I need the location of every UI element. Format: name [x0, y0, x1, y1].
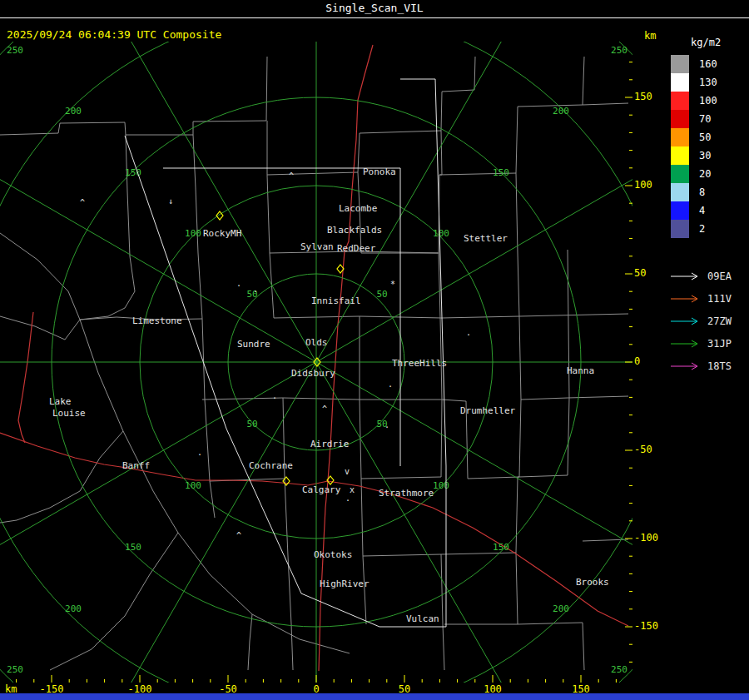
map-marker: ^	[289, 171, 294, 181]
range-ring-label: 250	[611, 664, 627, 675]
city-label: Innisfail	[311, 295, 361, 306]
city-label: Louise	[52, 408, 86, 419]
map-marker: v	[345, 467, 350, 476]
map-marker: ·	[236, 281, 241, 290]
colorbar-entry: 160	[666, 55, 749, 73]
city-label: RockyMH	[203, 228, 241, 239]
map-marker: ^	[322, 405, 327, 414]
city-label: Okotoks	[314, 549, 352, 560]
right-axis-label: 0	[634, 355, 640, 367]
colorbar-entry: 50	[666, 128, 749, 146]
range-ring-label: 100	[433, 228, 449, 239]
range-ring-label: 250	[7, 45, 23, 56]
city-label: Ponoka	[363, 166, 396, 177]
map-marker: x	[350, 485, 355, 494]
colorbar-entry: 8	[666, 183, 749, 201]
city-label: Brooks	[576, 577, 609, 588]
colorbar-value: 50	[699, 132, 711, 143]
colorbar-entry: 70	[666, 110, 749, 128]
scan-area-outline	[125, 79, 446, 627]
colorbar-entry: 2	[666, 220, 749, 238]
map-marker: ·	[388, 382, 393, 391]
colorbar-swatch	[671, 201, 689, 220]
range-rings	[0, 42, 632, 683]
colorbar-swatch	[671, 92, 689, 110]
colorbar-value: 160	[699, 58, 717, 70]
range-ring-label: 200	[553, 106, 569, 117]
radar-arrow-icon	[669, 340, 701, 348]
city-label: Sylvan	[300, 241, 334, 252]
colorbar-swatch	[671, 110, 689, 128]
colorbar-entry: 100	[666, 92, 749, 110]
radar-id-label: 09EA	[707, 271, 732, 282]
city-label: Drumheller	[460, 405, 516, 416]
city-label: RedDeer	[337, 243, 376, 254]
radar-arrow-icon	[669, 362, 701, 370]
colorbar-value: 30	[699, 150, 711, 161]
range-ring-label: 150	[493, 542, 509, 553]
radar-arrow-icon	[669, 272, 701, 280]
city-label: Lake	[49, 396, 72, 407]
city-label: Didsbury	[291, 368, 335, 379]
title-bar: Single_Scan_VIL	[0, 0, 749, 18]
right-axis-unit: km	[644, 30, 656, 42]
colorbar-value: 130	[699, 77, 717, 88]
colorbar-swatch	[671, 146, 689, 165]
city-labels: PonokaLacombeBlackfaldsSylvanRedDeerStet…	[49, 166, 609, 624]
right-axis-label: -100	[634, 532, 658, 544]
radar-arrow-icon	[669, 295, 701, 303]
radar-site-icon	[283, 477, 290, 485]
radar-legend-item: 18TS	[666, 355, 749, 377]
city-label: Stettler	[464, 233, 508, 244]
radar-map[interactable]: 2502001501005025020015010050501001502002…	[0, 42, 632, 683]
city-label: Vulcan	[406, 613, 439, 624]
map-marker: ·	[345, 496, 350, 505]
city-label: HighRiver	[320, 578, 370, 589]
window-title: Single_Scan_VIL	[325, 2, 423, 14]
city-label: Limestone	[132, 315, 182, 326]
colorbar-swatch	[671, 165, 689, 183]
colorbar-value: 4	[699, 205, 705, 216]
map-marker: ↓	[168, 196, 173, 206]
radar-id-label: 18TS	[707, 360, 732, 372]
range-ring-label: 100	[185, 480, 201, 491]
colorbar-value: 100	[699, 95, 717, 107]
radar-app-window: Single_Scan_VIL 2025/09/24 06:04:39 UTC …	[0, 0, 749, 700]
colorbar-unit: kg/m2	[691, 37, 749, 50]
colorbar-entry: 30	[666, 146, 749, 165]
city-label: Calgary	[302, 484, 341, 495]
city-label: Blackfalds	[327, 225, 382, 236]
range-ring-label: 100	[433, 480, 449, 491]
colorbar-panel: kg/m2 16013010070503020842 09EA111V27ZW3…	[666, 37, 749, 377]
map-marker: ^	[236, 531, 241, 540]
city-label: Olds	[305, 337, 328, 348]
radar-legend-item: 31JP	[666, 332, 749, 355]
bottom-scrollbar[interactable]	[0, 693, 749, 700]
range-ring-label: 250	[611, 45, 627, 56]
right-axis-label: 50	[634, 267, 646, 279]
colorbar-entries: 16013010070503020842	[666, 55, 749, 238]
colorbar-value: 20	[699, 168, 711, 180]
radar-legend: 09EA111V27ZW31JP18TS	[666, 265, 749, 377]
colorbar-entry: 4	[666, 201, 749, 220]
right-axis-label: 100	[634, 179, 652, 191]
city-label: ThreeHills	[392, 358, 447, 369]
colorbar-value: 2	[699, 223, 705, 235]
city-label: Banff	[122, 460, 150, 471]
map-markers: ^^↓·*·^····v·^x·	[80, 171, 471, 540]
scan-timestamp: 2025/09/24 06:04:39 UTC Composite	[7, 28, 221, 41]
range-ring-label: 250	[7, 664, 23, 675]
range-ring-label: 200	[553, 603, 569, 614]
right-axis-label: 150	[634, 91, 652, 102]
colorbar-entry: 130	[666, 73, 749, 92]
colorbar-swatch	[671, 128, 689, 146]
radar-id-label: 111V	[707, 293, 732, 305]
colorbar-value: 8	[699, 186, 705, 198]
range-ring-label: 50	[246, 419, 257, 429]
radar-arrow-icon	[669, 317, 701, 325]
city-label: Hanna	[567, 365, 594, 376]
radar-id-label: 31JP	[707, 338, 732, 350]
map-marker: ·	[253, 287, 258, 296]
colorbar-swatch	[671, 55, 689, 73]
colorbar-swatch	[671, 220, 689, 238]
